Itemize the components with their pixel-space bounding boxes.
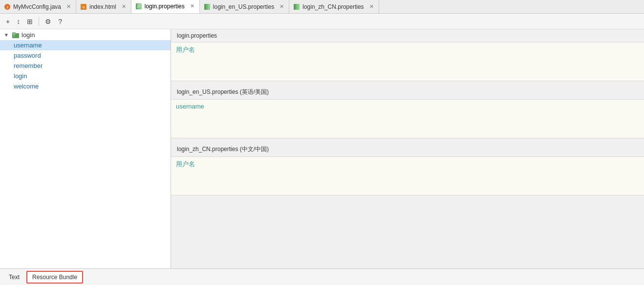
tree-item-welcome[interactable]: welcome <box>0 81 171 91</box>
section-default-header: login.properties <box>171 29 644 42</box>
java-icon: J <box>4 3 11 10</box>
tab-mymvcconfig[interactable]: J MyMvcConfig.java ✕ <box>0 0 76 13</box>
tab-label: login_zh_CN.properties <box>302 3 364 10</box>
tree-item-login[interactable]: login <box>0 71 171 81</box>
section-zh: login_zh_CN.properties (中文/中国) 用户名 <box>171 142 644 196</box>
add-button[interactable]: + <box>4 17 12 26</box>
bottom-tab-text[interactable]: Text <box>4 272 24 283</box>
tree-item-remember[interactable]: remember <box>0 61 171 71</box>
main-layout: ▼ login username password remember lo <box>0 29 644 268</box>
section-default-value: 用户名 <box>176 46 195 53</box>
tree-root[interactable]: ▼ login <box>0 29 171 40</box>
svg-rect-8 <box>137 7 139 8</box>
svg-rect-15 <box>13 34 15 34</box>
svg-rect-16 <box>13 35 15 35</box>
settings-button[interactable]: ⚙ <box>43 17 53 26</box>
left-panel: ▼ login username password remember lo <box>0 29 171 268</box>
tree-item-label: username <box>14 42 42 49</box>
toolbar: + ↕ ⊞ ⚙ ? <box>0 14 644 29</box>
tab-bar: J MyMvcConfig.java ✕ H index.html ✕ logi… <box>0 0 644 14</box>
section-default: login.properties 用户名 <box>171 29 644 81</box>
section-zh-value: 用户名 <box>176 160 195 168</box>
tree-item-label: login <box>14 72 27 80</box>
svg-rect-10 <box>206 4 210 10</box>
section-en-value: username <box>176 103 204 110</box>
tree-item-password[interactable]: password <box>0 50 171 61</box>
tab-close[interactable]: ✕ <box>189 2 195 10</box>
tab-label: login.properties <box>145 3 185 10</box>
svg-rect-17 <box>13 36 15 36</box>
tab-close[interactable]: ✕ <box>65 3 72 10</box>
tab-close[interactable]: ✕ <box>368 3 375 10</box>
tab-label: MyMvcConfig.java <box>13 3 61 10</box>
svg-rect-6 <box>137 4 140 5</box>
props-icon <box>293 3 300 10</box>
tree-item-label: password <box>14 52 41 59</box>
bottom-bar: Text Resource Bundle <box>0 268 644 285</box>
tree-item-label: welcome <box>14 83 39 90</box>
tree-item-label: remember <box>14 62 43 69</box>
svg-rect-14 <box>12 32 16 34</box>
props-icon <box>204 3 211 10</box>
section-zh-header: login_zh_CN.properties (中文/中国) <box>171 142 644 156</box>
right-panel: login.properties 用户名 login_en_US.propert… <box>171 29 644 268</box>
svg-rect-7 <box>137 6 140 7</box>
tab-loginprops[interactable]: login.properties ✕ <box>131 0 200 13</box>
tab-login-zh-cn[interactable]: login_zh_CN.properties ✕ <box>289 0 379 13</box>
sort-button[interactable]: ↕ <box>15 17 22 26</box>
tab-login-en-us[interactable]: login_en_US.properties ✕ <box>200 0 289 13</box>
tab-label: login_en_US.properties <box>213 3 274 10</box>
tab-close[interactable]: ✕ <box>121 3 127 10</box>
bottom-tab-resource-bundle[interactable]: Resource Bundle <box>26 271 83 284</box>
tab-indexhtml[interactable]: H index.html ✕ <box>76 0 131 13</box>
section-en-header: login_en_US.properties (英语/美国) <box>171 85 644 99</box>
locale-button[interactable]: ⊞ <box>25 17 35 26</box>
html-icon: H <box>80 3 87 10</box>
toolbar-separator <box>39 17 39 26</box>
section-zh-content[interactable]: 用户名 <box>171 156 644 196</box>
svg-text:J: J <box>6 5 8 9</box>
section-divider-1 <box>171 81 644 85</box>
help-button[interactable]: ? <box>56 17 64 26</box>
section-en-content[interactable]: username <box>171 99 644 138</box>
tab-close[interactable]: ✕ <box>279 3 285 10</box>
tree-root-label: login <box>21 31 35 39</box>
tree-item-username[interactable]: username <box>0 40 171 50</box>
svg-rect-12 <box>296 4 300 10</box>
chevron-down-icon: ▼ <box>4 32 10 38</box>
section-en: login_en_US.properties (英语/美国) username <box>171 85 644 138</box>
svg-text:H: H <box>83 6 85 9</box>
section-divider-2 <box>171 138 644 142</box>
section-default-content[interactable]: 用户名 <box>171 42 644 81</box>
folder-icon <box>12 31 20 39</box>
tab-label: index.html <box>89 3 116 10</box>
props-icon <box>135 3 142 10</box>
